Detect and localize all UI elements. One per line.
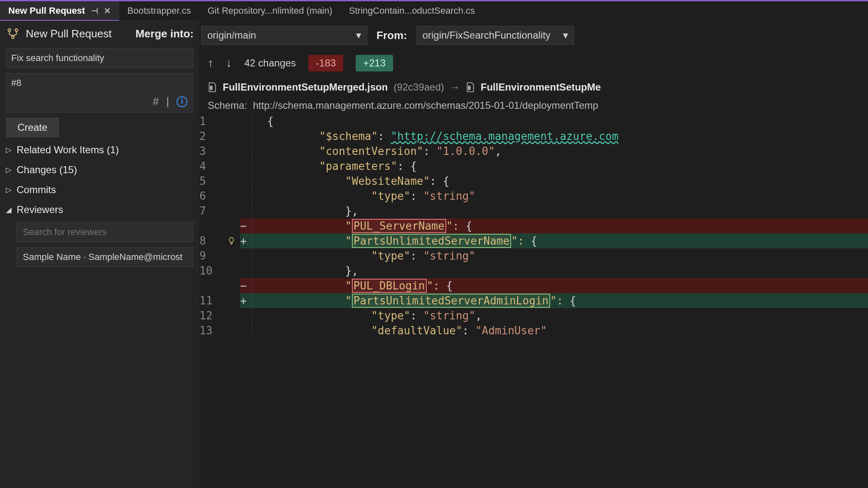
code-line[interactable]: "defaultValue": "AdminUser": [252, 323, 868, 338]
tree-label: Reviewers: [17, 204, 63, 216]
file-right-name: FullEnvironmentSetupMe: [481, 81, 601, 93]
code-line[interactable]: "PUL_DBLogin": {: [252, 278, 868, 293]
tab-new-pull-request[interactable]: New Pull Request ⊣ ✕: [0, 1, 119, 20]
tree-related-work-items[interactable]: ▷ Related Work Items (1): [6, 142, 194, 157]
chevron-down-icon: ◢: [6, 205, 13, 214]
deletions-pill: -183: [308, 55, 343, 71]
json-file-icon: {}: [466, 82, 475, 93]
pr-description-box[interactable]: #8 # | i: [6, 73, 194, 113]
file-left-hash: (92c39aed): [393, 81, 444, 93]
pipe-icon: |: [166, 95, 169, 108]
tab-bootstrapper[interactable]: Bootstrapper.cs: [119, 1, 199, 20]
code-line[interactable]: {: [252, 114, 868, 129]
chevron-down-icon: ▾: [563, 29, 568, 41]
info-icon[interactable]: i: [177, 96, 187, 107]
pr-icon: [6, 27, 20, 41]
diff-panel: origin/main ▾ From: origin/FixSearchFunc…: [199, 20, 868, 488]
code-line[interactable]: "PartsUnlimitedServerAdminLogin": {: [252, 293, 868, 308]
tree-label: Commits: [17, 184, 56, 196]
pin-icon[interactable]: ⊣: [91, 6, 98, 16]
code-line[interactable]: },: [252, 263, 868, 278]
hash-icon[interactable]: #: [153, 95, 159, 108]
schema-value[interactable]: http://schema.management.azure.com/schem…: [253, 100, 598, 111]
changes-count: 42 changes: [244, 57, 296, 69]
pr-form-panel: New Pull Request Merge into: #8 # | i Cr…: [0, 20, 199, 488]
tab-label: Bootstrapper.cs: [128, 5, 191, 16]
merge-into-dropdown[interactable]: origin/main ▾: [201, 26, 367, 45]
pr-description-text[interactable]: #8: [6, 74, 193, 93]
code-line[interactable]: },: [252, 204, 868, 218]
json-file-icon: {}: [208, 82, 217, 93]
tree-label: Related Work Items (1): [17, 144, 119, 156]
tab-label: New Pull Request: [8, 5, 85, 16]
tab-git-repository[interactable]: Git Repository...nlimited (main): [199, 1, 340, 20]
tree-label: Changes (15): [17, 164, 77, 176]
chevron-right-icon: ▷: [6, 185, 13, 194]
code-line[interactable]: "type": "string",: [252, 308, 868, 323]
from-value: origin/FixSearchFunctionality: [423, 29, 551, 41]
additions-pill: +213: [356, 55, 393, 71]
from-dropdown[interactable]: origin/FixSearchFunctionality ▾: [416, 26, 574, 45]
pr-title-input[interactable]: [6, 48, 194, 68]
merge-into-label: Merge into:: [135, 27, 194, 40]
code-line[interactable]: "WebsiteName": {: [252, 174, 868, 189]
lightbulb-icon[interactable]: [227, 236, 236, 245]
merge-into-value: origin/main: [207, 29, 256, 41]
tree-changes[interactable]: ▷ Changes (15): [6, 162, 194, 177]
code-line[interactable]: "$schema": "http://schema.management.azu…: [252, 129, 868, 144]
svg-text:{}: {}: [468, 86, 470, 90]
diff-editor[interactable]: 12345678910111213−+−+{ "$schema": "http:…: [199, 114, 868, 488]
file-left-name: FullEnvironmentSetupMerged.json: [223, 81, 388, 93]
tab-label: Git Repository...nlimited (main): [207, 5, 332, 16]
svg-text:{}: {}: [210, 86, 213, 90]
code-line[interactable]: "contentVersion": "1.0.0.0",: [252, 144, 868, 159]
code-line[interactable]: "type": "string": [252, 248, 868, 263]
reviewer-item[interactable]: Sample Name · SampleName@microst: [17, 247, 194, 267]
prev-change-button[interactable]: ↑: [208, 56, 214, 70]
svg-point-2: [12, 36, 14, 38]
tab-bar: New Pull Request ⊣ ✕ Bootstrapper.cs Git…: [0, 0, 868, 20]
tree-commits[interactable]: ▷ Commits: [6, 182, 194, 197]
code-line[interactable]: "PartsUnlimitedServerName": {: [252, 233, 868, 248]
code-line[interactable]: "type": "string": [252, 189, 868, 204]
tab-stringcontain[interactable]: StringContain...oductSearch.cs: [341, 1, 483, 20]
tree-reviewers[interactable]: ◢ Reviewers: [6, 202, 194, 217]
svg-point-0: [8, 29, 10, 31]
panel-title: New Pull Request: [26, 27, 112, 40]
chevron-right-icon: ▷: [6, 165, 13, 174]
schema-label: Schema:: [208, 100, 247, 111]
file-header: {} FullEnvironmentSetupMerged.json (92c3…: [199, 77, 868, 97]
arrow-right-icon: →: [450, 81, 460, 93]
code-line[interactable]: "PUL_ServerName": {: [252, 218, 868, 233]
svg-point-1: [15, 29, 17, 31]
create-button[interactable]: Create: [6, 118, 59, 137]
chevron-down-icon: ▾: [356, 29, 361, 41]
chevron-right-icon: ▷: [6, 145, 13, 154]
next-change-button[interactable]: ↓: [226, 56, 232, 70]
from-label: From:: [376, 29, 407, 42]
reviewer-search-input[interactable]: [17, 222, 194, 242]
close-icon[interactable]: ✕: [104, 6, 111, 16]
tab-label: StringContain...oductSearch.cs: [349, 5, 475, 16]
code-line[interactable]: "parameters": {: [252, 159, 868, 174]
